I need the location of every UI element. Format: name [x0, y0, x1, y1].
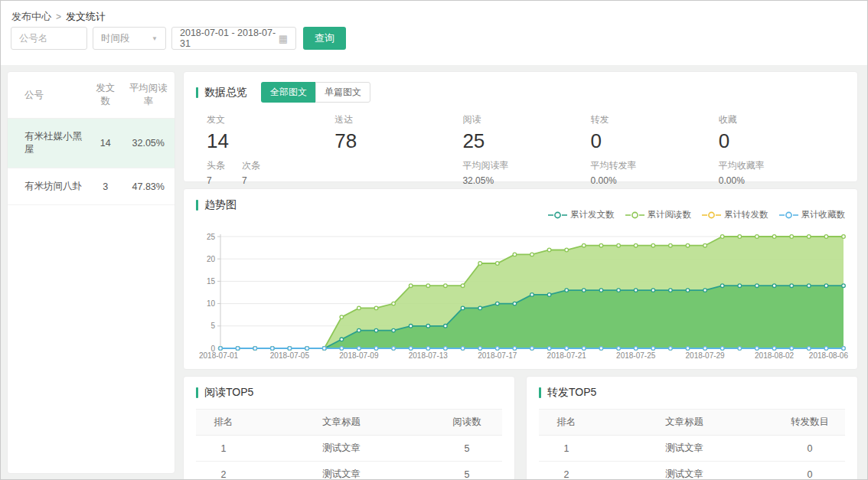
svg-text:2018-08-06: 2018-08-06: [809, 351, 848, 360]
search-button[interactable]: 查询: [303, 27, 346, 50]
stat-sub-次条: 次条7: [242, 159, 260, 186]
account-row[interactable]: 有米坊间八卦347.83%: [8, 168, 175, 205]
forward-top5-row: 2测试文章0: [539, 462, 845, 480]
forward-top5-body: 1测试文章02测试文章03测试文章0: [539, 436, 845, 480]
count-cell: 0: [775, 436, 845, 462]
overview-panel: 数据总览 全部图文单篇图文 发文14头条7次条7送达78阅读25平均阅读率32.…: [183, 71, 858, 182]
forward-top5-column-header: 转发数目: [775, 410, 845, 436]
legend-marker-icon: [702, 211, 721, 219]
forward-top5-header: 排名文章标题转发数目: [539, 410, 845, 436]
stat-value: 25: [462, 129, 590, 153]
trend-legend: 累计发文数 累计阅读数 累计转发数 累计收藏数: [548, 209, 845, 220]
read-top5-row: 1测试文章5: [196, 436, 502, 462]
legend-item-累计转发数[interactable]: 累计转发数: [702, 209, 768, 220]
svg-text:2018-07-17: 2018-07-17: [478, 351, 517, 360]
date-range-input[interactable]: 2018-07-01 - 2018-07-31 ▦: [171, 27, 296, 50]
stat-value: 0: [719, 129, 847, 153]
legend-label: 累计发文数: [570, 209, 615, 220]
svg-text:2018-08-02: 2018-08-02: [755, 351, 795, 360]
svg-text:2018-07-21: 2018-07-21: [547, 351, 587, 360]
stat-sub-value: 7: [207, 175, 225, 186]
rank-cell: 1: [539, 436, 594, 462]
section-accent-bar: [196, 387, 198, 398]
stat-发文: 发文14头条7次条7: [207, 113, 334, 186]
legend-item-累计发文数[interactable]: 累计发文数: [548, 209, 615, 220]
count-cell: 0: [775, 462, 845, 480]
article-title-cell: 测试文章: [594, 462, 775, 480]
article-title-cell: 测试文章: [594, 436, 775, 462]
svg-text:2018-07-13: 2018-07-13: [409, 351, 449, 360]
stat-sub-value: 32.05%: [462, 175, 508, 186]
read-top5-panel: 阅读TOP5 排名文章标题阅读数 1测试文章52测试文章53测试文章4: [183, 376, 515, 480]
svg-text:10: 10: [207, 299, 216, 308]
period-select[interactable]: 时间段 ▼: [93, 27, 166, 50]
accounts-column-header: 公号: [8, 72, 89, 119]
account-posts-count: 14: [89, 119, 122, 168]
overview-stats: 发文14头条7次条7送达78阅读25平均阅读率32.05%转发0平均转发率0.0…: [184, 103, 857, 186]
trend-title: 趋势图: [196, 198, 237, 212]
legend-label: 累计阅读数: [648, 209, 692, 220]
forward-top5-column-header: 文章标题: [594, 410, 775, 436]
stat-subs: 平均阅读率32.05%: [462, 159, 590, 186]
top-bar: 发布中心>发文统计 时间段 ▼ 2018-07-01 - 2018-07-31 …: [1, 1, 868, 65]
legend-label: 累计转发数: [724, 209, 768, 220]
svg-text:5: 5: [210, 322, 215, 330]
accounts-table: 公号发文数平均阅读率 有米社媒小黑屋1432.05%有米坊间八卦347.83%: [8, 72, 175, 205]
legend-marker-icon: [625, 211, 644, 219]
calendar-icon: ▦: [279, 33, 288, 44]
read-top5-table: 排名文章标题阅读数 1测试文章52测试文章53测试文章4: [196, 409, 502, 480]
svg-text:2018-07-01: 2018-07-01: [199, 351, 239, 360]
svg-text:2018-07-05: 2018-07-05: [270, 351, 310, 360]
breadcrumb-separator: >: [56, 11, 61, 22]
stat-sub-平均收藏率: 平均收藏率0.00%: [719, 159, 765, 186]
trend-chart-svg: 05101520252018-07-012018-07-052018-07-09…: [194, 229, 848, 367]
stat-sub-平均转发率: 平均转发率0.00%: [591, 159, 637, 186]
stat-sub-label: 头条: [207, 159, 225, 172]
tab-单篇图文[interactable]: 单篇图文: [315, 82, 370, 103]
read-top5-row: 2测试文章5: [196, 462, 502, 480]
stat-value: 0: [591, 129, 719, 153]
stat-label: 收藏: [719, 113, 847, 126]
legend-marker-icon: [548, 211, 567, 219]
forward-top5-panel: 转发TOP5 排名文章标题转发数目 1测试文章02测试文章03测试文章0: [526, 376, 858, 480]
legend-label: 累计收藏数: [801, 209, 846, 220]
forward-top5-row: 1测试文章0: [539, 436, 845, 462]
period-select-value: 时间段: [101, 32, 130, 45]
stat-sub-value: 7: [242, 175, 260, 186]
svg-text:2018-07-25: 2018-07-25: [616, 351, 656, 360]
stat-sub-value: 0.00%: [591, 175, 637, 186]
stat-sub-label: 次条: [242, 159, 260, 172]
account-read-rate: 32.05%: [122, 119, 175, 168]
account-posts-count: 3: [89, 168, 122, 205]
trend-panel: 趋势图 累计发文数 累计阅读数 累计转发数 累计收藏数 051015202520…: [183, 188, 858, 370]
read-top5-column-header: 排名: [196, 410, 251, 436]
legend-item-累计阅读数[interactable]: 累计阅读数: [625, 209, 692, 220]
stat-value: 78: [334, 129, 462, 153]
stat-label: 送达: [334, 113, 462, 126]
rank-cell: 1: [196, 436, 251, 462]
account-row[interactable]: 有米社媒小黑屋1432.05%: [8, 119, 175, 168]
forward-top5-title: 转发TOP5: [527, 377, 857, 400]
accounts-column-header: 发文数: [89, 72, 122, 119]
read-top5-body: 1测试文章52测试文章53测试文章4: [196, 436, 502, 480]
read-top5-header: 排名文章标题阅读数: [196, 410, 502, 436]
stat-sub-label: 平均转发率: [591, 159, 637, 172]
section-accent-bar: [539, 387, 541, 398]
breadcrumb-parent[interactable]: 发布中心: [11, 11, 51, 22]
article-title-cell: 测试文章: [251, 462, 432, 480]
forward-top5-table: 排名文章标题转发数目 1测试文章02测试文章03测试文章0: [539, 409, 845, 480]
accounts-column-header: 平均阅读率: [122, 72, 175, 119]
account-name-input[interactable]: [11, 27, 87, 50]
stat-label: 发文: [207, 113, 334, 126]
account-name: 有米社媒小黑屋: [8, 119, 89, 168]
filter-bar: 时间段 ▼ 2018-07-01 - 2018-07-31 ▦ 查询: [11, 27, 346, 50]
stat-转发: 转发0平均转发率0.00%: [591, 113, 719, 186]
article-title-cell: 测试文章: [251, 436, 432, 462]
date-range-value: 2018-07-01 - 2018-07-31: [180, 28, 279, 49]
stat-sub-平均阅读率: 平均阅读率32.05%: [462, 159, 508, 186]
stat-sub-头条: 头条7: [207, 159, 225, 186]
tab-全部图文[interactable]: 全部图文: [261, 82, 315, 103]
stat-label: 阅读: [462, 113, 590, 126]
legend-item-累计收藏数[interactable]: 累计收藏数: [779, 209, 846, 220]
overview-title: 数据总览: [196, 86, 247, 100]
